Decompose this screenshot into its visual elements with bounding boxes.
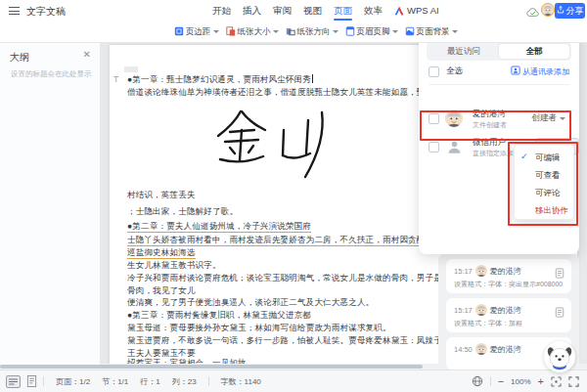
locate-edit-icon[interactable] <box>555 304 564 315</box>
document-text-line[interactable]: 僧道谈论绛珠仙草为神瑛侍者还泪之事，僧道度脱甄士隐女儿英莲未能如愿，甄士隐与贾雨 <box>127 87 468 99</box>
wps-ai-logo-icon <box>394 6 404 16</box>
wps-writer-app: T ●第一章：甄士隐梦幻识通灵，贾雨村风尘怀闺秀僧道谈论绛珠仙草为神瑛侍者还泪之… <box>0 0 587 392</box>
menu-label: 页面 <box>334 0 352 22</box>
tab-recent-visits[interactable]: 最近访问 <box>429 44 499 59</box>
collab-tabs: 最近访问全部 <box>427 42 571 61</box>
line-text: 村结识，英莲丢失 <box>127 190 196 199</box>
outline-view-icon[interactable] <box>6 375 21 388</box>
annotation-box-permission-menu <box>508 142 578 226</box>
toolbar-item-label: 纸张方向 <box>297 26 331 38</box>
status-page: 页面：1/2 <box>56 376 90 387</box>
line-text: 士隐丫头娇杏被雨村看中，雨村发迹后先娶娇杏为二房，不久扶正，雨村因贪酷被革职， <box>127 235 459 246</box>
status-line: 行：1 <box>140 376 159 387</box>
fullscreen-icon[interactable] <box>568 376 579 387</box>
line-text: 黛玉母逝：贾母要接外孙女黛玉；林如海写信给贾政为雨村谋求复职。 <box>127 323 391 332</box>
history-time: 14:50 <box>454 345 473 354</box>
toolbar-item-label: 页眉页脚 <box>357 26 390 38</box>
menu-label: 开始 <box>212 0 231 22</box>
history-time: 15:17 <box>454 267 473 276</box>
tab-all[interactable]: 全部 <box>499 44 569 59</box>
history-card[interactable]: 15:17爱的港湾设置格式：字体：突出显示#008000 <box>446 259 571 293</box>
document-text-line[interactable]: ●第一章：甄士隐梦幻识通灵，贾雨村风尘怀闺秀 <box>127 74 313 86</box>
toolbar-item-label: 页面背景 <box>417 26 450 38</box>
menu-item-wps-ai[interactable]: WPS AI <box>389 0 444 22</box>
menu-item-review[interactable]: 审阅 <box>268 0 296 22</box>
chevron-down-icon <box>213 30 219 36</box>
menu-item-efficiency[interactable]: 效率 <box>359 0 387 22</box>
fit-page-icon[interactable] <box>551 376 562 387</box>
chevron-down-icon <box>333 30 339 36</box>
history-avatar <box>475 304 487 316</box>
line-text: ；士隐出家，士隐解好了歌。 <box>127 206 238 216</box>
page-ribbon-toolbar: 页边距纸张大小纸张方向页眉页脚页面背景 <box>0 22 587 43</box>
language-globe-icon[interactable] <box>472 375 483 387</box>
toolbar-item-paper-size[interactable]: 纸张大小 <box>226 26 279 38</box>
line-text: ●第一章：甄士隐梦幻识通灵，贾雨村风尘怀闺秀 <box>127 74 311 84</box>
zoom-in-button[interactable]: + <box>538 376 544 386</box>
toolbar-item-paper-orientation[interactable]: 纸张方向 <box>286 26 339 38</box>
history-card-header: 15:17爱的港湾 <box>454 265 521 277</box>
menu-label: 视图 <box>303 0 322 22</box>
chevron-down-icon <box>392 30 398 36</box>
toolbar-paper-size-icon <box>226 26 236 38</box>
history-avatar <box>475 343 487 355</box>
status-bar: 页面：1/2 节：1/1 行：1 列：23 字数：1140 − 100% + <box>0 370 587 392</box>
remote-cursor-box <box>124 66 138 72</box>
document-text-line[interactable]: 冷子兴和贾雨村谈论贾府危机；谈论宝玉聪明淘气，常说女儿是水做的骨肉，男子是泥做的 <box>127 273 468 284</box>
line-text: ●第二章：贾夫人仙逝扬州城，冷子兴演说荣国府 <box>127 221 311 233</box>
document-text-line[interactable]: 黛玉进贾府，不敢多说一句话，多行一步路，怕被人耻笑。贾母疼爱林黛玉：凤辣子出场； <box>127 335 468 347</box>
menu-item-page[interactable]: 页面 <box>329 0 357 22</box>
document-title: 文字文稿 <box>26 5 66 19</box>
page-view-icon[interactable] <box>26 375 37 387</box>
line-text: ●第三章：贾雨村夤缘复旧职，林黛玉抛父进京都 <box>127 310 311 320</box>
locate-edit-icon[interactable] <box>555 265 564 276</box>
document-text-line[interactable]: ●第二章：贾夫人仙逝扬州城，冷子兴演说荣国府 <box>127 221 311 233</box>
history-time: 15:17 <box>454 306 473 315</box>
add-from-contacts-button[interactable]: 从通讯录添加 <box>511 65 569 77</box>
toolbar-item-page-margins[interactable]: 页边距 <box>174 26 219 38</box>
horizontal-scrollbar-thumb[interactable] <box>0 365 423 369</box>
line-text: 生女儿林黛玉教书识字。 <box>127 260 221 270</box>
history-card-header: 15:17爱的港湾 <box>454 304 521 316</box>
menu-item-insert[interactable]: 插入 <box>238 0 266 22</box>
history-user: 爱的港湾 <box>490 305 521 316</box>
share-button[interactable]: 分享 <box>555 3 585 19</box>
document-text-line[interactable]: 黛玉母逝：贾母要接外孙女黛玉；林如海写信给贾政为雨村谋求复职。 <box>127 323 391 334</box>
close-icon[interactable]: ✕ <box>83 49 91 60</box>
document-text-line[interactable]: ；士隐出家，士隐解好了歌。 <box>127 206 238 218</box>
toolbar-item-header-footer[interactable]: 页眉页脚 <box>345 26 398 38</box>
assistant-mascot-button[interactable] <box>544 341 575 372</box>
collaborator-checkbox[interactable] <box>429 142 439 152</box>
user-avatar[interactable] <box>541 3 555 17</box>
document-text-line[interactable]: 士隐丫头娇杏被雨村看中，雨村发迹后先娶娇杏为二房，不久扶正，雨村因贪酷被革职， <box>127 235 459 246</box>
select-all-checkbox[interactable] <box>429 66 439 77</box>
zoom-out-button[interactable]: − <box>498 376 504 386</box>
history-action: 设置格式：字体：加粗 <box>454 319 522 328</box>
menu-item-view[interactable]: 视图 <box>298 0 327 22</box>
status-section: 节：1/1 <box>102 376 128 387</box>
add-from-contacts-label: 从通讯录添加 <box>522 66 569 77</box>
cloud-sync-icon[interactable] <box>525 5 540 17</box>
select-all-row: 全选 从通讯录添加 <box>429 65 569 77</box>
title-bar: 文字文稿 开始插入审阅视图页面效率WPS AI 分享 <box>0 0 587 22</box>
document-text-line[interactable]: 村结识，英莲丢失 <box>127 190 196 201</box>
menu-item-home[interactable]: 开始 <box>207 0 236 22</box>
history-user: 爱的港湾 <box>490 266 521 277</box>
line-text: 黛玉进贾府，不敢多说一句话，多行一步路，怕被人耻笑。贾母疼爱林黛玉：凤辣子出场； <box>127 335 468 345</box>
toolbar-item-page-background[interactable]: 页面背景 <box>405 26 458 38</box>
zoom-level[interactable]: 100% <box>511 377 530 386</box>
history-card[interactable]: 15:17爱的港湾设置格式：字体：加粗 <box>446 298 571 332</box>
hamburger-menu-icon[interactable] <box>9 7 20 15</box>
remote-cursor-label: T <box>113 74 118 84</box>
toolbar-item-label: 纸张大小 <box>238 26 271 38</box>
line-text: 骨肉，我见了女儿 <box>127 285 196 295</box>
document-text-line[interactable]: 生女儿林黛玉教书识字。 <box>127 260 221 272</box>
document-text-line[interactable]: 巡盐御史林如海选 <box>127 247 196 259</box>
document-text-line[interactable]: 骨肉，我见了女儿 <box>127 285 196 297</box>
outline-panel: 大纲 ✕ 设置的标题会在此处显示 <box>0 43 101 365</box>
document-text-line[interactable]: 便清爽，见了男子便觉浊臭逼人，谈论邪正二气及大仁大恶之人。 <box>127 297 374 309</box>
document-text-line[interactable]: ●第三章：贾雨村夤缘复旧职，林黛玉抛父进京都 <box>127 310 311 322</box>
menu-label: 审阅 <box>273 0 292 22</box>
annotation-box-collaborator-row <box>420 110 571 141</box>
person-silhouette-icon <box>447 140 462 154</box>
